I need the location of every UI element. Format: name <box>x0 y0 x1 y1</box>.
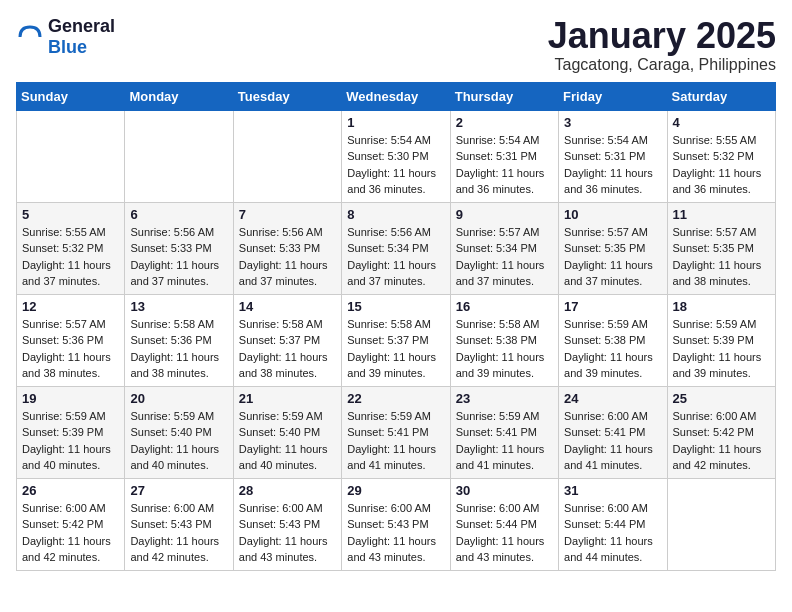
day-info: Sunrise: 5:59 AMSunset: 5:40 PMDaylight:… <box>239 408 336 474</box>
sunset-text: Sunset: 5:43 PM <box>130 516 227 533</box>
day-number: 26 <box>22 483 119 498</box>
sunset-text: Sunset: 5:30 PM <box>347 148 444 165</box>
calendar-cell: 9Sunrise: 5:57 AMSunset: 5:34 PMDaylight… <box>450 202 558 294</box>
daylight-text: Daylight: 11 hours and 41 minutes. <box>347 441 444 474</box>
sunrise-text: Sunrise: 5:59 AM <box>130 408 227 425</box>
sunrise-text: Sunrise: 5:54 AM <box>347 132 444 149</box>
daylight-text: Daylight: 11 hours and 38 minutes. <box>22 349 119 382</box>
weekday-header-sunday: Sunday <box>17 82 125 110</box>
day-number: 11 <box>673 207 770 222</box>
daylight-text: Daylight: 11 hours and 42 minutes. <box>22 533 119 566</box>
day-info: Sunrise: 5:55 AMSunset: 5:32 PMDaylight:… <box>673 132 770 198</box>
daylight-text: Daylight: 11 hours and 37 minutes. <box>456 257 553 290</box>
sunset-text: Sunset: 5:44 PM <box>564 516 661 533</box>
sunrise-text: Sunrise: 5:59 AM <box>564 316 661 333</box>
daylight-text: Daylight: 11 hours and 36 minutes. <box>347 165 444 198</box>
sunset-text: Sunset: 5:37 PM <box>239 332 336 349</box>
sunrise-text: Sunrise: 5:56 AM <box>130 224 227 241</box>
sunset-text: Sunset: 5:41 PM <box>564 424 661 441</box>
day-info: Sunrise: 5:57 AMSunset: 5:36 PMDaylight:… <box>22 316 119 382</box>
day-number: 15 <box>347 299 444 314</box>
day-info: Sunrise: 5:59 AMSunset: 5:41 PMDaylight:… <box>456 408 553 474</box>
day-number: 12 <box>22 299 119 314</box>
sunset-text: Sunset: 5:42 PM <box>673 424 770 441</box>
calendar-cell: 23Sunrise: 5:59 AMSunset: 5:41 PMDayligh… <box>450 386 558 478</box>
day-number: 21 <box>239 391 336 406</box>
calendar-cell: 21Sunrise: 5:59 AMSunset: 5:40 PMDayligh… <box>233 386 341 478</box>
calendar-cell: 28Sunrise: 6:00 AMSunset: 5:43 PMDayligh… <box>233 478 341 570</box>
week-row-2: 5Sunrise: 5:55 AMSunset: 5:32 PMDaylight… <box>17 202 776 294</box>
daylight-text: Daylight: 11 hours and 37 minutes. <box>22 257 119 290</box>
sunset-text: Sunset: 5:32 PM <box>673 148 770 165</box>
week-row-4: 19Sunrise: 5:59 AMSunset: 5:39 PMDayligh… <box>17 386 776 478</box>
day-number: 13 <box>130 299 227 314</box>
sunrise-text: Sunrise: 5:56 AM <box>239 224 336 241</box>
day-number: 30 <box>456 483 553 498</box>
sunrise-text: Sunrise: 6:00 AM <box>22 500 119 517</box>
day-info: Sunrise: 5:58 AMSunset: 5:37 PMDaylight:… <box>347 316 444 382</box>
sunrise-text: Sunrise: 5:56 AM <box>347 224 444 241</box>
day-number: 9 <box>456 207 553 222</box>
sunrise-text: Sunrise: 5:58 AM <box>347 316 444 333</box>
calendar-cell: 27Sunrise: 6:00 AMSunset: 5:43 PMDayligh… <box>125 478 233 570</box>
sunrise-text: Sunrise: 5:57 AM <box>22 316 119 333</box>
day-number: 5 <box>22 207 119 222</box>
weekday-header-tuesday: Tuesday <box>233 82 341 110</box>
day-info: Sunrise: 6:00 AMSunset: 5:44 PMDaylight:… <box>456 500 553 566</box>
calendar-cell: 1Sunrise: 5:54 AMSunset: 5:30 PMDaylight… <box>342 110 450 202</box>
sunset-text: Sunset: 5:44 PM <box>456 516 553 533</box>
weekday-header-wednesday: Wednesday <box>342 82 450 110</box>
daylight-text: Daylight: 11 hours and 41 minutes. <box>564 441 661 474</box>
sunrise-text: Sunrise: 5:58 AM <box>239 316 336 333</box>
logo-blue-text: Blue <box>48 37 87 57</box>
calendar-cell: 22Sunrise: 5:59 AMSunset: 5:41 PMDayligh… <box>342 386 450 478</box>
calendar-cell: 19Sunrise: 5:59 AMSunset: 5:39 PMDayligh… <box>17 386 125 478</box>
day-number: 22 <box>347 391 444 406</box>
calendar-cell: 4Sunrise: 5:55 AMSunset: 5:32 PMDaylight… <box>667 110 775 202</box>
day-number: 28 <box>239 483 336 498</box>
calendar-cell: 25Sunrise: 6:00 AMSunset: 5:42 PMDayligh… <box>667 386 775 478</box>
day-info: Sunrise: 5:56 AMSunset: 5:33 PMDaylight:… <box>239 224 336 290</box>
day-info: Sunrise: 6:00 AMSunset: 5:42 PMDaylight:… <box>673 408 770 474</box>
daylight-text: Daylight: 11 hours and 44 minutes. <box>564 533 661 566</box>
weekday-header-row: SundayMondayTuesdayWednesdayThursdayFrid… <box>17 82 776 110</box>
calendar-cell: 14Sunrise: 5:58 AMSunset: 5:37 PMDayligh… <box>233 294 341 386</box>
daylight-text: Daylight: 11 hours and 40 minutes. <box>130 441 227 474</box>
daylight-text: Daylight: 11 hours and 37 minutes. <box>130 257 227 290</box>
day-info: Sunrise: 6:00 AMSunset: 5:43 PMDaylight:… <box>347 500 444 566</box>
daylight-text: Daylight: 11 hours and 43 minutes. <box>239 533 336 566</box>
calendar-cell: 24Sunrise: 6:00 AMSunset: 5:41 PMDayligh… <box>559 386 667 478</box>
sunrise-text: Sunrise: 5:57 AM <box>564 224 661 241</box>
day-number: 14 <box>239 299 336 314</box>
sunrise-text: Sunrise: 5:57 AM <box>673 224 770 241</box>
day-number: 27 <box>130 483 227 498</box>
daylight-text: Daylight: 11 hours and 37 minutes. <box>239 257 336 290</box>
day-number: 31 <box>564 483 661 498</box>
sunrise-text: Sunrise: 5:54 AM <box>564 132 661 149</box>
day-info: Sunrise: 5:58 AMSunset: 5:37 PMDaylight:… <box>239 316 336 382</box>
daylight-text: Daylight: 11 hours and 38 minutes. <box>673 257 770 290</box>
calendar-cell: 8Sunrise: 5:56 AMSunset: 5:34 PMDaylight… <box>342 202 450 294</box>
calendar-cell: 6Sunrise: 5:56 AMSunset: 5:33 PMDaylight… <box>125 202 233 294</box>
calendar-cell <box>667 478 775 570</box>
sunrise-text: Sunrise: 5:54 AM <box>456 132 553 149</box>
day-number: 6 <box>130 207 227 222</box>
calendar-cell: 13Sunrise: 5:58 AMSunset: 5:36 PMDayligh… <box>125 294 233 386</box>
day-info: Sunrise: 6:00 AMSunset: 5:42 PMDaylight:… <box>22 500 119 566</box>
day-info: Sunrise: 5:55 AMSunset: 5:32 PMDaylight:… <box>22 224 119 290</box>
day-number: 1 <box>347 115 444 130</box>
sunset-text: Sunset: 5:32 PM <box>22 240 119 257</box>
daylight-text: Daylight: 11 hours and 36 minutes. <box>564 165 661 198</box>
logo: General Blue <box>16 16 115 58</box>
weekday-header-friday: Friday <box>559 82 667 110</box>
sunrise-text: Sunrise: 5:58 AM <box>456 316 553 333</box>
sunrise-text: Sunrise: 6:00 AM <box>239 500 336 517</box>
day-info: Sunrise: 6:00 AMSunset: 5:43 PMDaylight:… <box>130 500 227 566</box>
sunrise-text: Sunrise: 5:59 AM <box>239 408 336 425</box>
day-number: 17 <box>564 299 661 314</box>
day-info: Sunrise: 5:57 AMSunset: 5:34 PMDaylight:… <box>456 224 553 290</box>
daylight-text: Daylight: 11 hours and 40 minutes. <box>22 441 119 474</box>
sunset-text: Sunset: 5:41 PM <box>347 424 444 441</box>
sunset-text: Sunset: 5:39 PM <box>22 424 119 441</box>
sunset-text: Sunset: 5:39 PM <box>673 332 770 349</box>
